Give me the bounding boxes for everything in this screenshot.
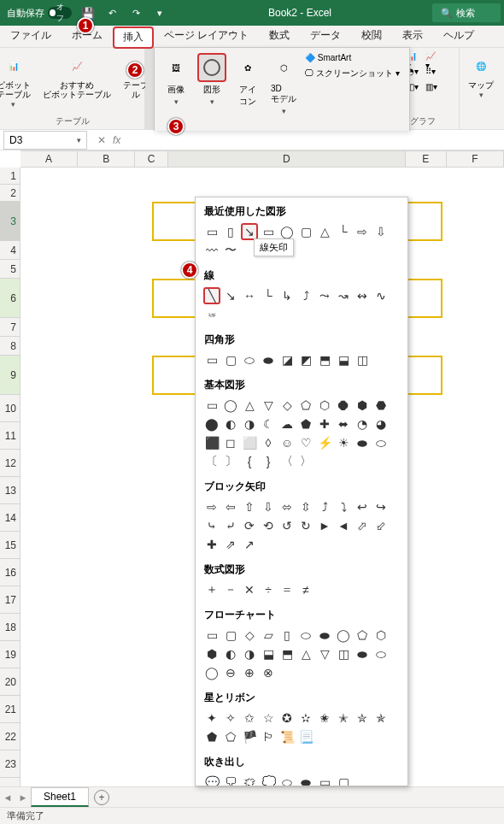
shape-a18[interactable]: ◄ (335, 517, 352, 534)
shape-f24[interactable]: ⊗ (260, 664, 277, 681)
shape-b36[interactable]: 〉 (297, 453, 314, 470)
autosave-toggle[interactable]: 自動保存 オフ (7, 7, 72, 20)
shape-a16[interactable]: ↻ (297, 517, 314, 534)
shape-f17[interactable]: ▽ (316, 645, 333, 662)
tab-view[interactable]: 表示 (392, 25, 433, 47)
shape-b19[interactable]: ◔ (354, 415, 371, 433)
row-headers[interactable]: 1 2 3 4 5 6 7 8 9 10 11 12 13 14 15 16 1… (0, 168, 21, 786)
row-header[interactable]: 1 (0, 168, 20, 185)
shape-a3[interactable]: ⇧ (241, 498, 258, 515)
shape-f9[interactable]: ⬠ (354, 627, 371, 644)
shape-f6[interactable]: ⬭ (297, 627, 314, 644)
shape-r7[interactable]: ⬒ (316, 351, 333, 368)
shape-c8[interactable]: ▢ (335, 774, 352, 786)
tab-data[interactable]: データ (300, 25, 351, 47)
shape-line[interactable]: ╲ (203, 287, 220, 304)
row-header[interactable]: 9 (0, 356, 20, 395)
shape-f11[interactable]: ⬢ (203, 645, 220, 662)
tab-file[interactable]: ファイル (0, 25, 62, 47)
shape-rect[interactable]: ▭ (260, 223, 277, 240)
row-header[interactable]: 14 (0, 504, 20, 532)
search-box[interactable]: 🔍 検索 (432, 3, 501, 22)
shape-c3[interactable]: 🗯 (241, 774, 258, 786)
shape-b25[interactable]: ☺ (278, 434, 296, 451)
shape-equals[interactable]: ＝ (278, 581, 296, 598)
shape-a14[interactable]: ⟲ (260, 517, 277, 534)
row-header[interactable]: 10 (0, 395, 20, 422)
row-header[interactable]: 8 (0, 337, 20, 356)
shape-a17[interactable]: ► (316, 517, 333, 534)
shape-triangle[interactable]: △ (316, 223, 333, 240)
row-header[interactable]: 13 (0, 477, 20, 504)
shape-arrow[interactable]: ⇨ (354, 223, 371, 240)
shape-s2[interactable]: ✧ (222, 709, 239, 727)
row-header[interactable]: 15 (0, 532, 20, 559)
shape-f16[interactable]: △ (297, 645, 314, 662)
add-sheet-button[interactable]: + (94, 790, 109, 805)
shape-r8[interactable]: ⬓ (335, 351, 352, 368)
shape-s16[interactable]: 📃 (297, 728, 314, 745)
shape-r5[interactable]: ◪ (278, 351, 296, 368)
shape-down-arrow[interactable]: ⇩ (372, 223, 390, 240)
row-header[interactable]: 2 (0, 185, 20, 202)
shape-b1[interactable]: ▭ (203, 397, 220, 414)
screenshot-button[interactable]: 🖵 スクリーンショット ▾ (305, 68, 400, 79)
shape-line-arrow[interactable]: ↘ (241, 223, 258, 240)
row-header[interactable]: 12 (0, 450, 20, 477)
shape-f1[interactable]: ▭ (203, 627, 220, 644)
shape-b23[interactable]: ⬜ (241, 434, 258, 451)
shape-elbow[interactable]: └ (260, 287, 277, 304)
col-header[interactable]: E (406, 151, 447, 167)
shape-f12[interactable]: ◐ (222, 645, 239, 662)
shape-b9[interactable]: ⬢ (354, 397, 371, 414)
shape-f13[interactable]: ◑ (241, 645, 258, 662)
shape-f15[interactable]: ⬒ (278, 645, 296, 662)
smartart-button[interactable]: 🔷 SmartArt (305, 53, 400, 62)
shape-s13[interactable]: 🏴 (241, 728, 258, 745)
shape-rounded-rect[interactable]: ▢ (297, 223, 314, 240)
shape-f18[interactable]: ◫ (335, 645, 352, 662)
col-header[interactable]: A (21, 151, 78, 167)
shape-textbox-vert[interactable]: ▯ (222, 223, 239, 240)
row-header[interactable]: 5 (0, 260, 20, 279)
shape-s12[interactable]: ⬠ (222, 728, 239, 745)
shape-arrow-line[interactable]: ↘ (222, 287, 239, 304)
col-header[interactable]: F (447, 151, 504, 167)
shape-s1[interactable]: ✦ (203, 709, 220, 727)
tab-pagelayout[interactable]: ページ レイアウト (154, 25, 259, 47)
shape-b28[interactable]: ☀ (335, 434, 352, 451)
shape-f20[interactable]: ⬭ (372, 645, 390, 662)
row-header[interactable]: 22 (0, 723, 20, 750)
pivottable-button[interactable]: 📊ピボット テーブル▾ (0, 51, 34, 111)
3dmodels-button[interactable]: ⬡3D モデル▾ (269, 53, 298, 126)
shape-b21[interactable]: ⬛ (203, 434, 220, 451)
shape-b6[interactable]: ⬠ (297, 397, 314, 414)
shape-s8[interactable]: ✭ (335, 709, 352, 727)
shape-a2[interactable]: ⇦ (222, 498, 239, 515)
shape-b11[interactable]: ⬤ (203, 415, 220, 433)
shape-a13[interactable]: ⟳ (241, 517, 258, 534)
shape-curve-double[interactable]: ↭ (354, 287, 371, 304)
shape-f23[interactable]: ⊕ (241, 664, 258, 681)
map-button[interactable]: 🌐マップ▾ (465, 51, 497, 102)
shape-a8[interactable]: ⤵ (335, 498, 352, 515)
shape-f5[interactable]: ▯ (278, 627, 296, 644)
col-header[interactable]: D (168, 151, 406, 167)
row-header[interactable]: 18 (0, 614, 20, 641)
shape-s5[interactable]: ✪ (278, 709, 296, 727)
shape-s15[interactable]: 📜 (278, 728, 296, 745)
shape-b26[interactable]: ♡ (297, 434, 314, 451)
shape-s4[interactable]: ☆ (260, 709, 277, 727)
shape-a15[interactable]: ↺ (278, 517, 296, 534)
shape-s10[interactable]: ✯ (372, 709, 390, 727)
shape-r2[interactable]: ▢ (222, 351, 239, 368)
tab-review[interactable]: 校閲 (351, 25, 392, 47)
recommended-pivot-button[interactable]: 📈おすすめ ピボットテーブル (39, 51, 114, 101)
pictures-button[interactable]: 🖼画像▾ (161, 53, 190, 126)
icons-button[interactable]: ✿アイ コン (233, 53, 262, 126)
name-box[interactable]: D3▾ (3, 131, 87, 150)
shape-a11[interactable]: ⤷ (203, 517, 220, 534)
row-header[interactable]: 19 (0, 641, 20, 668)
shapes-button[interactable]: 図形▾ (197, 53, 226, 126)
shape-b2[interactable]: ◯ (222, 397, 239, 414)
